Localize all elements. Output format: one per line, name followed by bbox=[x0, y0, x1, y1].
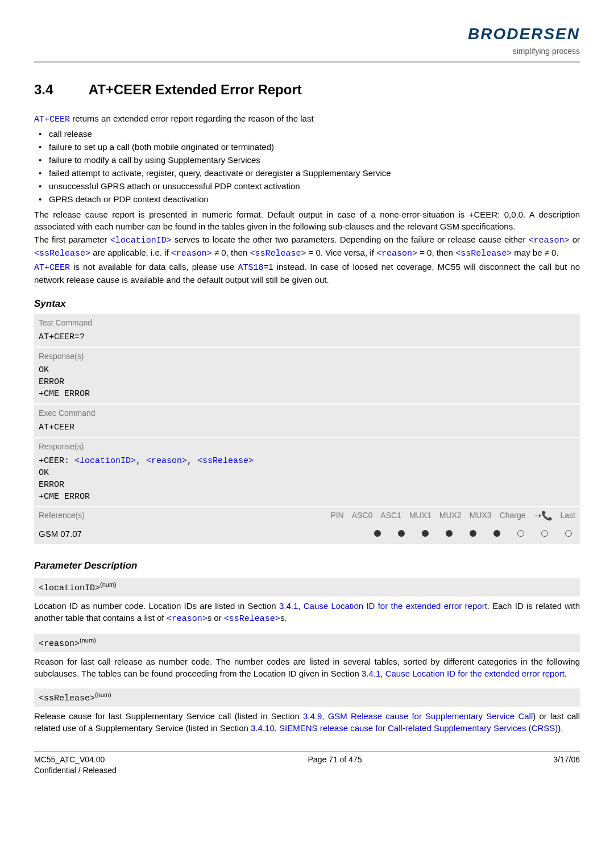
header-divider bbox=[34, 61, 580, 63]
intro-lead: AT+CEER returns an extended error report… bbox=[34, 112, 580, 126]
reference-label: Reference(s) bbox=[39, 510, 330, 521]
cmd-atceer[interactable]: AT+CEER bbox=[34, 115, 70, 124]
intro-para-1: The release cause report is presented in… bbox=[34, 208, 580, 232]
logo-block: BRODERSEN simplifying process bbox=[34, 23, 580, 57]
section-number: 3.4 bbox=[34, 80, 85, 99]
list-item: unsuccessful GPRS attach or unsuccessful… bbox=[34, 180, 580, 192]
exec-command-label: Exec Command bbox=[34, 404, 580, 420]
list-item: failure to set up a call (both mobile or… bbox=[34, 141, 580, 153]
param-reason[interactable]: <reason> bbox=[529, 236, 570, 245]
list-item: call release bbox=[34, 128, 580, 140]
ref-col: ASC0 bbox=[352, 510, 373, 521]
list-item: GPRS detach or PDP context deactivation bbox=[34, 193, 580, 205]
param-reason[interactable]: <reason> bbox=[171, 249, 212, 258]
phone-icon: ➝📞 bbox=[534, 510, 553, 522]
exec-command-code: AT+CEER bbox=[34, 420, 580, 437]
section-link-cause-location[interactable]: Cause Location ID for the extended error… bbox=[385, 669, 565, 678]
intro-para-2: The first parameter <locationID> serves … bbox=[34, 233, 580, 260]
param-reason[interactable]: <reason> bbox=[167, 614, 208, 624]
reference-value: GSM 07.07 bbox=[39, 528, 374, 540]
param-locationid-body: Location ID as number code. Location IDs… bbox=[34, 600, 580, 625]
logo-brand: BRODERSEN bbox=[34, 23, 580, 45]
ref-col: Charge bbox=[500, 510, 526, 521]
response-code: OK ERROR +CME ERROR bbox=[34, 363, 580, 403]
exec-command-block: Exec Command AT+CEER bbox=[34, 404, 580, 437]
param-box-locationid: <locationID>(num) bbox=[34, 578, 580, 596]
support-dot-filled bbox=[446, 530, 453, 537]
logo-tagline: simplifying process bbox=[34, 46, 580, 57]
param-locationid[interactable]: <locationID> bbox=[110, 236, 172, 245]
support-dot-open bbox=[565, 530, 572, 537]
param-ssrelease[interactable]: <ssRelease> bbox=[455, 249, 512, 258]
list-item: failure to modify a call by using Supple… bbox=[34, 154, 580, 166]
section-link-349[interactable]: 3.4.9 bbox=[303, 711, 322, 721]
param-box-reason: <reason>(num) bbox=[34, 634, 580, 652]
param-desc-heading: Parameter Description bbox=[34, 559, 580, 573]
footer-center: Page 71 of 475 bbox=[308, 754, 362, 777]
param-ssrelease[interactable]: <ssRelease> bbox=[224, 614, 280, 624]
param-reason[interactable]: <reason> bbox=[376, 249, 417, 258]
param-reason-body: Reason for last call release as number c… bbox=[34, 656, 580, 679]
param-ssrelease[interactable]: <ssRelease> bbox=[250, 249, 306, 258]
support-dot-filled bbox=[422, 530, 429, 537]
param-locationid[interactable]: <locationID> bbox=[74, 456, 136, 466]
footer-left: MC55_ATC_V04.00 Confidential / Released bbox=[34, 754, 117, 777]
cmd-atceer[interactable]: AT+CEER bbox=[34, 263, 70, 273]
support-dot-filled bbox=[374, 530, 381, 537]
response-label: Response(s) bbox=[34, 348, 580, 364]
section-heading: 3.4 AT+CEER Extended Error Report bbox=[34, 80, 580, 99]
param-ssrelease[interactable]: <ssRelease> bbox=[197, 456, 254, 466]
footer-right: 3/17/06 bbox=[553, 754, 580, 777]
support-dot-filled bbox=[493, 530, 500, 537]
param-ssrelease[interactable]: <ssRelease> bbox=[34, 249, 90, 258]
support-dot-open bbox=[517, 530, 524, 537]
support-dot-filled bbox=[398, 530, 405, 537]
support-dot-filled bbox=[470, 530, 476, 537]
intro-bullet-list: call release failure to set up a call (b… bbox=[34, 128, 580, 205]
ref-col: ASC1 bbox=[380, 510, 401, 521]
ref-col: MUX3 bbox=[470, 510, 492, 521]
reference-value-row: GSM 07.07 bbox=[34, 524, 580, 544]
support-dot-open bbox=[541, 530, 548, 537]
section-link-341[interactable]: 3.4.1 bbox=[279, 601, 298, 611]
list-item: failed attempt to activate, register, qu… bbox=[34, 167, 580, 179]
ref-col: MUX2 bbox=[439, 510, 462, 521]
param-reason[interactable]: <reason> bbox=[146, 456, 187, 466]
page-footer: MC55_ATC_V04.00 Confidential / Released … bbox=[34, 752, 580, 777]
test-command-block: Test Command AT+CEER=? bbox=[34, 314, 580, 347]
test-command-label: Test Command bbox=[34, 314, 580, 330]
section-link-cause-location[interactable]: Cause Location ID for the extended error… bbox=[304, 601, 487, 611]
reference-header-row: Reference(s) PIN ASC0 ASC1 MUX1 MUX2 MUX… bbox=[34, 507, 580, 524]
response-code-2: +CEER: <locationID>, <reason>, <ssReleas… bbox=[34, 454, 580, 506]
param-box-ssrelease: <ssRelease>(num) bbox=[34, 688, 580, 707]
section-link-gsm-release[interactable]: GSM Release cause for Supplementary Serv… bbox=[328, 711, 533, 721]
response-label: Response(s) bbox=[34, 438, 580, 454]
ref-col: Last bbox=[561, 510, 575, 521]
intro-para-3: AT+CEER is not available for data calls,… bbox=[34, 261, 580, 286]
section-link-341[interactable]: 3.4.1 bbox=[362, 669, 380, 678]
section-link-siemens-release[interactable]: SIEMENS release cause for Call-related S… bbox=[279, 723, 558, 733]
test-command-code: AT+CEER=? bbox=[34, 330, 580, 347]
ref-col: MUX1 bbox=[409, 510, 432, 521]
ref-col: PIN bbox=[330, 510, 343, 521]
param-ssrelease-body: Release cause for last Supplementary Ser… bbox=[34, 710, 580, 734]
response-block-1: Response(s) OK ERROR +CME ERROR bbox=[34, 348, 580, 404]
response-block-2: Response(s) +CEER: <locationID>, <reason… bbox=[34, 438, 580, 506]
section-link-3410[interactable]: 3.4.10 bbox=[251, 723, 275, 733]
cmd-ats18[interactable]: ATS18 bbox=[238, 263, 263, 273]
syntax-heading: Syntax bbox=[34, 297, 580, 311]
section-title-text: AT+CEER Extended Error Report bbox=[89, 82, 302, 97]
